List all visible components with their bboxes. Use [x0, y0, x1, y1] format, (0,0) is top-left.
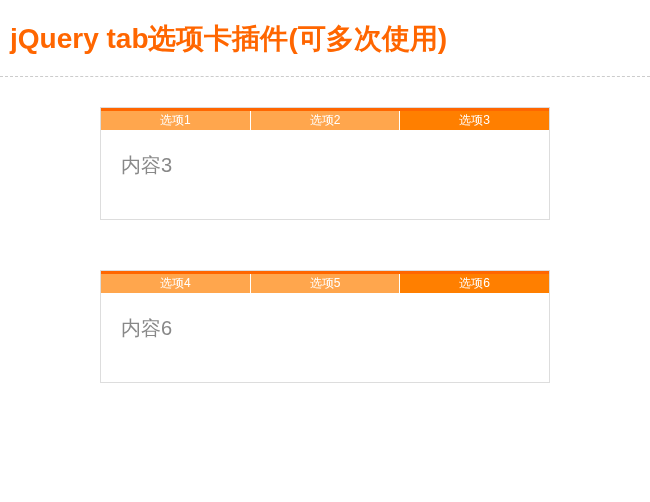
tab-label: 选项1	[160, 112, 191, 129]
tab-label: 选项5	[310, 275, 341, 292]
tab-option-2[interactable]: 选项2	[251, 111, 401, 130]
tab-header-1: 选项1 选项2 选项3	[101, 108, 549, 130]
tab-content-2: 内容6	[121, 315, 529, 342]
header: jQuery tab选项卡插件(可多次使用)	[0, 0, 650, 76]
tab-option-6[interactable]: 选项6	[400, 274, 549, 293]
tab-option-1[interactable]: 选项1	[101, 111, 251, 130]
tab-label: 选项2	[310, 112, 341, 129]
tab-widget-2: 选项4 选项5 选项6 内容6	[100, 270, 550, 383]
tab-label: 选项4	[160, 275, 191, 292]
tab-label: 选项3	[459, 112, 490, 129]
tab-content-1: 内容3	[121, 152, 529, 179]
tab-body-1: 内容3	[101, 130, 549, 219]
tab-header-2: 选项4 选项5 选项6	[101, 271, 549, 293]
tab-label: 选项6	[459, 275, 490, 292]
tab-option-4[interactable]: 选项4	[101, 274, 251, 293]
tab-option-3[interactable]: 选项3	[400, 111, 549, 130]
tab-widget-1: 选项1 选项2 选项3 内容3	[100, 107, 550, 220]
tab-option-5[interactable]: 选项5	[251, 274, 401, 293]
page-title: jQuery tab选项卡插件(可多次使用)	[10, 20, 640, 58]
tab-body-2: 内容6	[101, 293, 549, 382]
content-area: 选项1 选项2 选项3 内容3 选项4 选项5 选项6 内容6	[0, 77, 650, 413]
